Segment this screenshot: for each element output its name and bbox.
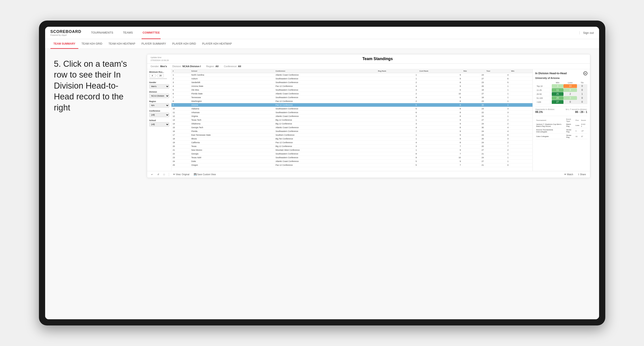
nav-committee[interactable]: COMMITTEE	[142, 27, 160, 39]
table-row[interactable]: 12 Virginia Atlantic Coast Conference 3 …	[172, 114, 532, 118]
close-button[interactable]: ×	[584, 71, 587, 75]
h2h-range: 26-50	[536, 92, 552, 96]
cell-rank: 2	[172, 77, 190, 81]
cell-school: Texas A&M	[190, 156, 274, 160]
table-row[interactable]: 10 Alabama Southeastern Conference 5 8 2…	[172, 107, 532, 111]
col-tour: Tour	[485, 69, 510, 73]
cell-school: Arkansas	[190, 111, 274, 114]
redo-button[interactable]: ↺	[156, 173, 160, 176]
cell-reg-rank: 5	[377, 107, 418, 111]
window-header: Update time: 27/03/2024 15:56:26 Team St…	[147, 54, 590, 64]
subnav-player-summary[interactable]: PLAYER SUMMARY	[138, 39, 169, 49]
undo-button[interactable]: ↩	[150, 173, 154, 176]
table-row[interactable]: 17 East Tennessee State Southern Confere…	[172, 133, 532, 137]
table-row[interactable]: 3 Vanderbilt Southeastern Conference 2 8…	[172, 81, 532, 84]
table-row[interactable]: 6 Florida State Atlantic Coast Conferenc…	[172, 92, 532, 96]
table-row[interactable]: 13 Texas Tech Big 12 Conference 1 9 27 2	[172, 118, 532, 122]
table-row[interactable]: 9 Arizona Pac-12 Conference 5 8 30 1	[172, 103, 532, 107]
table-row[interactable]: 14 Oklahoma Big 12 Conference 3 9 24 2	[172, 122, 532, 126]
division-select[interactable]: NCAA Division I NCAA Division II	[149, 94, 169, 98]
cell-school: Arizona	[190, 103, 274, 107]
nav-teams[interactable]: TEAMS	[122, 27, 134, 39]
cell-conf-rank: 9	[418, 130, 462, 133]
h2h-row: 51-100 20 3 0	[536, 96, 587, 100]
gender-select[interactable]: Men's Women's	[149, 84, 169, 89]
cell-win	[510, 145, 532, 148]
cell-conf-rank: 9	[418, 160, 462, 163]
tourn-score: -17	[580, 128, 587, 134]
min-rounds-slider[interactable]	[149, 78, 167, 79]
table-row[interactable]: 2 Auburn Southeastern Conference 1 9 27 …	[172, 77, 532, 81]
table-row[interactable]: 25 Oregon Pac-12 Conference 5 7 21 0	[172, 163, 532, 167]
top-navigation: SCOREBOARD Powered by clippd TOURNAMENTS…	[45, 27, 599, 39]
cell-school: Vanderbilt	[190, 81, 274, 84]
sign-out-button[interactable]: Sign out	[580, 31, 594, 34]
h2h-tie: 0	[577, 88, 587, 92]
subnav-player-h2h-grid[interactable]: PLAYER H2H GRID	[169, 39, 199, 49]
subnav-team-h2h-grid[interactable]: TEAM H2H GRID	[78, 39, 105, 49]
table-row[interactable]: 4 Arizona State Pac-12 Conference 4 9 26…	[172, 84, 532, 88]
cell-tour: 5	[485, 81, 510, 84]
panel-title: In Division Head-to-Head	[536, 72, 567, 75]
cell-reg-rank: 1	[377, 73, 418, 77]
table-row[interactable]: 20 Texas Big 12 Conference 3 7 20 7	[172, 145, 532, 148]
cell-conf-rank: 9	[418, 148, 462, 152]
h2h-win: 27	[552, 100, 564, 104]
table-row[interactable]: 23 Texas A&M Southeastern Conference 9 1…	[172, 156, 532, 160]
table-row[interactable]: 21 New Mexico Mountain West Conference 1…	[172, 148, 532, 152]
table-row[interactable]: 18 Illinois Big Ten Conference 1 9 26 3	[172, 137, 532, 141]
copy-button[interactable]: □	[162, 173, 166, 176]
table-row[interactable]: 16 Florida Southeastern Conference 7 9 2…	[172, 130, 532, 133]
main-content: 5. Click on a team's row to see their In…	[45, 49, 599, 319]
min-rounds-max-input[interactable]	[158, 74, 164, 77]
h2h-tie: 0	[577, 84, 587, 88]
table-row[interactable]: 15 Georgia Tech Atlantic Coast Conferenc…	[172, 126, 532, 130]
table-row[interactable]: 11 Arkansas Southeastern Conference 6 8 …	[172, 111, 532, 114]
cell-conference: Big Ten Conference	[274, 137, 377, 141]
h2h-row: >100 27 0 0	[536, 100, 587, 104]
cell-rank: 21	[172, 148, 190, 152]
cell-rds: 24	[462, 130, 485, 133]
table-row[interactable]: 5 Ole Miss Southeastern Conference 3 6 1…	[172, 88, 532, 92]
cell-tour: 7	[485, 145, 510, 148]
table-row[interactable]: 19 California Pac-12 Conference 4 8 24 2	[172, 141, 532, 145]
conference-select[interactable]: (All)	[149, 113, 169, 117]
cell-conference: Southeastern Conference	[274, 111, 377, 114]
cell-school: Georgia	[190, 152, 274, 156]
right-panel: In Division Head-to-Head × University of…	[532, 69, 590, 171]
team-name: University of Arizona	[536, 77, 587, 79]
table-row[interactable]: 8 Washington Pac-12 Conference 2 8 23 1	[172, 99, 532, 103]
cell-reg-rank: 5	[377, 163, 418, 167]
region-select[interactable]: N/A	[149, 103, 169, 108]
table-row[interactable]: 7 Tennessee Southeastern Conference 4 6 …	[172, 96, 532, 99]
filter-group-school: School (All)	[149, 119, 169, 127]
subnav-team-summary[interactable]: TEAM SUMMARY	[50, 39, 78, 49]
table-row[interactable]: 1 North Carolina Atlantic Coast Conferen…	[172, 73, 532, 77]
subnav-team-h2h-heatmap[interactable]: TEAM H2H HEATMAP	[105, 39, 138, 49]
cell-rank: 17	[172, 133, 190, 137]
bottom-toolbar: ↩ ↺ □ 👁 View: Original 💾 Save Custom Vie…	[147, 171, 590, 178]
cell-rds: 23	[462, 81, 485, 84]
view-original-button[interactable]: 👁 View: Original	[172, 173, 191, 176]
watch-button[interactable]: 👁 Watch	[563, 173, 574, 176]
table-row[interactable]: 24 Duke Atlantic Coast Conference 5 9 27…	[172, 160, 532, 163]
cell-school: Washington	[190, 99, 274, 103]
h2h-row: 11-25 11 8 0	[536, 88, 587, 92]
table-row[interactable]: 22 Georgia Southeastern Conference 8 7 2…	[172, 152, 532, 156]
window-title: Team Standings	[169, 57, 586, 61]
cell-conf-rank: 9	[418, 122, 462, 126]
cell-conference: Pac-12 Conference	[274, 163, 377, 167]
cell-school: Florida	[190, 130, 274, 133]
cell-conf-rank: 8	[418, 107, 462, 111]
save-custom-view-button[interactable]: 💾 Save Custom View	[192, 173, 217, 176]
share-button[interactable]: ⇧ Share	[576, 173, 587, 176]
tourn-type: Stroke Play	[565, 134, 574, 139]
cell-rds: 22	[462, 111, 485, 114]
subnav-player-h2h-heatmap[interactable]: PLAYER H2H HEATMAP	[199, 39, 235, 49]
nav-tournaments[interactable]: TOURNAMENTS	[90, 27, 114, 39]
cell-conference: Southeastern Conference	[274, 130, 377, 133]
school-select[interactable]: (All)	[149, 122, 169, 127]
min-rounds-min-input[interactable]	[149, 74, 156, 77]
cell-win	[510, 137, 532, 141]
cell-reg-rank: 6	[377, 111, 418, 114]
